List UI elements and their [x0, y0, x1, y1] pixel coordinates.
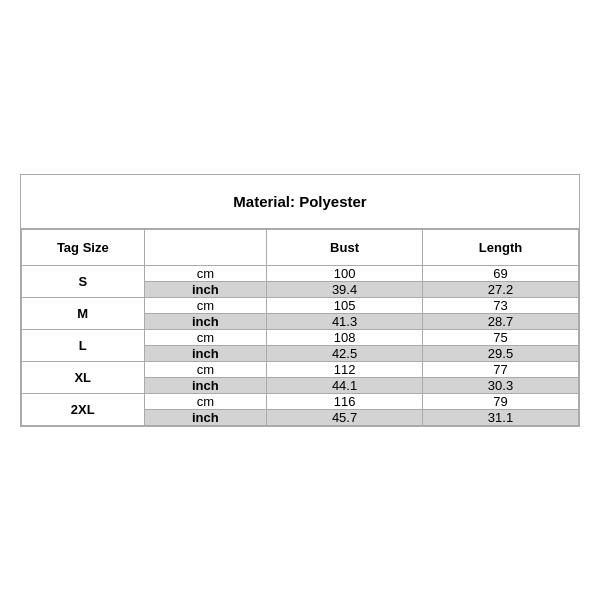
bust-inch: 44.1	[267, 377, 423, 393]
header-bust: Bust	[267, 229, 423, 265]
unit-cm: cm	[144, 297, 267, 313]
unit-inch: inch	[144, 281, 267, 297]
length-inch: 27.2	[423, 281, 579, 297]
unit-inch: inch	[144, 313, 267, 329]
bust-cm: 105	[267, 297, 423, 313]
tag-size-cell: S	[22, 265, 145, 297]
header-unit-empty	[144, 229, 267, 265]
length-inch: 28.7	[423, 313, 579, 329]
table-row: XL cm 112 77	[22, 361, 579, 377]
unit-cm: cm	[144, 265, 267, 281]
bust-cm: 116	[267, 393, 423, 409]
length-inch: 29.5	[423, 345, 579, 361]
chart-title: Material: Polyester	[21, 175, 579, 229]
length-cm: 77	[423, 361, 579, 377]
size-chart-container: Material: Polyester Tag Size Bust Length…	[20, 174, 580, 427]
length-cm: 69	[423, 265, 579, 281]
length-cm: 79	[423, 393, 579, 409]
table-row: S cm 100 69	[22, 265, 579, 281]
bust-inch: 39.4	[267, 281, 423, 297]
length-inch: 30.3	[423, 377, 579, 393]
length-cm: 75	[423, 329, 579, 345]
unit-cm: cm	[144, 361, 267, 377]
bust-cm: 100	[267, 265, 423, 281]
bust-inch: 41.3	[267, 313, 423, 329]
unit-inch: inch	[144, 409, 267, 425]
unit-inch: inch	[144, 377, 267, 393]
length-cm: 73	[423, 297, 579, 313]
bust-inch: 42.5	[267, 345, 423, 361]
tag-size-cell: XL	[22, 361, 145, 393]
length-inch: 31.1	[423, 409, 579, 425]
bust-cm: 108	[267, 329, 423, 345]
table-header-row: Tag Size Bust Length	[22, 229, 579, 265]
table-row: 2XL cm 116 79	[22, 393, 579, 409]
tag-size-cell: 2XL	[22, 393, 145, 425]
header-length: Length	[423, 229, 579, 265]
table-row: L cm 108 75	[22, 329, 579, 345]
size-table: Tag Size Bust Length S cm 100 69 inch 39…	[21, 229, 579, 426]
unit-cm: cm	[144, 329, 267, 345]
tag-size-cell: M	[22, 297, 145, 329]
unit-cm: cm	[144, 393, 267, 409]
header-tag-size: Tag Size	[22, 229, 145, 265]
bust-cm: 112	[267, 361, 423, 377]
unit-inch: inch	[144, 345, 267, 361]
tag-size-cell: L	[22, 329, 145, 361]
table-row: M cm 105 73	[22, 297, 579, 313]
bust-inch: 45.7	[267, 409, 423, 425]
